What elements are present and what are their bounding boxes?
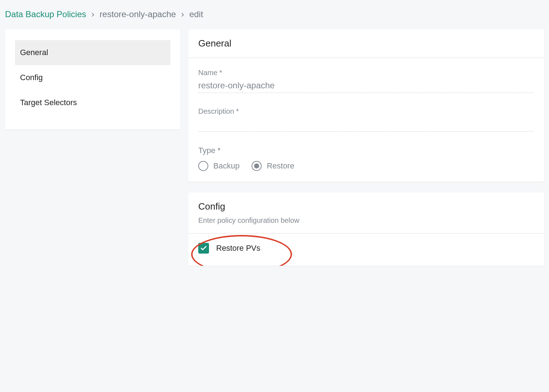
- card-config: Config Enter policy configuration below …: [188, 192, 544, 266]
- radio-restore-label: Restore: [267, 161, 294, 171]
- card-subtitle-config: Enter policy configuration below: [198, 216, 534, 225]
- name-input[interactable]: [198, 80, 534, 93]
- breadcrumb-leaf: edit: [189, 9, 203, 19]
- restore-pvs-label: Restore PVs: [216, 244, 261, 253]
- breadcrumb-separator: ›: [91, 9, 94, 19]
- checkbox-checked-icon: [198, 243, 209, 254]
- field-description: Description *: [198, 107, 534, 132]
- field-name: Name *: [198, 69, 534, 93]
- sidebar-item-config[interactable]: Config: [15, 65, 170, 90]
- breadcrumb-separator: ›: [181, 9, 184, 19]
- sidebar-item-target-selectors[interactable]: Target Selectors: [15, 90, 170, 115]
- checkbox-restore-pvs[interactable]: Restore PVs: [198, 243, 534, 254]
- breadcrumb-item: restore-only-apache: [99, 9, 176, 19]
- description-label: Description *: [198, 107, 534, 116]
- card-general: General Name * Description * Type *: [188, 29, 544, 182]
- breadcrumb: Data Backup Policies › restore-only-apac…: [5, 9, 544, 19]
- card-title-general: General: [198, 38, 534, 49]
- radio-backup[interactable]: Backup: [198, 161, 239, 171]
- radio-circle-icon: [198, 161, 208, 171]
- radio-restore[interactable]: Restore: [252, 161, 294, 171]
- radio-circle-icon: [252, 161, 262, 171]
- breadcrumb-root-link[interactable]: Data Backup Policies: [5, 9, 86, 19]
- field-type: Type * Backup Restore: [198, 146, 534, 171]
- sidebar-item-general[interactable]: General: [15, 40, 170, 65]
- card-title-config: Config: [198, 201, 534, 212]
- name-label: Name *: [198, 69, 534, 77]
- sidebar: General Config Target Selectors: [5, 29, 180, 129]
- type-label: Type *: [198, 146, 534, 155]
- description-input[interactable]: [198, 118, 534, 132]
- radio-backup-label: Backup: [213, 161, 239, 171]
